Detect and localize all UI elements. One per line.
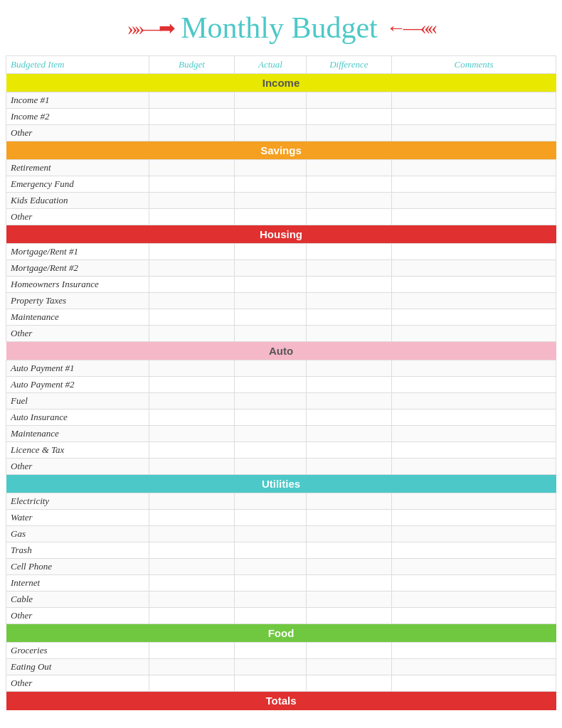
row-comment-value[interactable]	[392, 675, 556, 692]
row-budget-value[interactable]	[149, 92, 234, 109]
row-comment-value[interactable]	[392, 526, 556, 542]
row-comment-value[interactable]	[392, 493, 556, 510]
row-comment-value[interactable]	[392, 260, 556, 277]
row-actual-value[interactable]	[235, 393, 306, 410]
row-budget-value[interactable]	[149, 426, 234, 442]
row-comment-value[interactable]	[392, 193, 556, 209]
row-budget-value[interactable]	[149, 559, 234, 575]
row-comment-value[interactable]	[392, 326, 556, 342]
row-budget-value[interactable]	[149, 176, 234, 193]
header-comments: Comments	[392, 56, 556, 74]
row-budget-value[interactable]	[149, 493, 234, 510]
row-comment-value[interactable]	[392, 426, 556, 442]
row-comment-value[interactable]	[392, 659, 556, 675]
row-actual-value[interactable]	[235, 260, 306, 277]
row-comment-value[interactable]	[392, 160, 556, 176]
row-comment-value[interactable]	[392, 510, 556, 526]
row-actual-value[interactable]	[235, 592, 306, 608]
row-budget-value[interactable]	[149, 244, 234, 260]
row-budget-value[interactable]	[149, 659, 234, 675]
row-budget-value[interactable]	[149, 309, 234, 326]
row-comment-value[interactable]	[392, 643, 556, 659]
row-budget-value[interactable]	[149, 459, 234, 475]
row-actual-value[interactable]	[235, 510, 306, 526]
row-actual-value[interactable]	[235, 244, 306, 260]
row-budget-value[interactable]	[149, 542, 234, 559]
row-comment-value[interactable]	[392, 109, 556, 125]
row-comment-value[interactable]	[392, 393, 556, 410]
row-comment-value[interactable]	[392, 244, 556, 260]
row-budget-value[interactable]	[149, 608, 234, 624]
row-comment-value[interactable]	[392, 360, 556, 377]
row-actual-value[interactable]	[235, 209, 306, 225]
row-budget-value[interactable]	[149, 109, 234, 125]
row-comment-value[interactable]	[392, 377, 556, 393]
row-difference-value	[306, 659, 391, 675]
row-actual-value[interactable]	[235, 559, 306, 575]
row-actual-value[interactable]	[235, 493, 306, 510]
row-budget-value[interactable]	[149, 643, 234, 659]
row-comment-value[interactable]	[392, 542, 556, 559]
row-actual-value[interactable]	[235, 92, 306, 109]
row-actual-value[interactable]	[235, 643, 306, 659]
row-comment-value[interactable]	[392, 277, 556, 293]
row-budget-value[interactable]	[149, 575, 234, 592]
row-actual-value[interactable]	[235, 459, 306, 475]
row-budget-value[interactable]	[149, 326, 234, 342]
row-comment-value[interactable]	[392, 176, 556, 193]
header-difference: Difference	[306, 56, 391, 74]
row-comment-value[interactable]	[392, 592, 556, 608]
row-budget-value[interactable]	[149, 410, 234, 426]
row-budget-value[interactable]	[149, 125, 234, 141]
row-budget-value[interactable]	[149, 193, 234, 209]
row-actual-value[interactable]	[235, 377, 306, 393]
row-actual-value[interactable]	[235, 125, 306, 141]
row-item-label: Licence & Tax	[6, 442, 149, 459]
row-actual-value[interactable]	[235, 309, 306, 326]
row-budget-value[interactable]	[149, 293, 234, 309]
row-actual-value[interactable]	[235, 326, 306, 342]
row-actual-value[interactable]	[235, 293, 306, 309]
row-budget-value[interactable]	[149, 592, 234, 608]
row-actual-value[interactable]	[235, 193, 306, 209]
row-comment-value[interactable]	[392, 608, 556, 624]
row-budget-value[interactable]	[149, 675, 234, 692]
header-item: Budgeted Item	[6, 56, 149, 74]
row-comment-value[interactable]	[392, 92, 556, 109]
row-comment-value[interactable]	[392, 293, 556, 309]
row-comment-value[interactable]	[392, 309, 556, 326]
row-comment-value[interactable]	[392, 575, 556, 592]
row-actual-value[interactable]	[235, 176, 306, 193]
row-actual-value[interactable]	[235, 277, 306, 293]
row-comment-value[interactable]	[392, 410, 556, 426]
row-comment-value[interactable]	[392, 459, 556, 475]
row-comment-value[interactable]	[392, 559, 556, 575]
row-difference-value	[306, 244, 391, 260]
row-actual-value[interactable]	[235, 608, 306, 624]
row-budget-value[interactable]	[149, 360, 234, 377]
row-actual-value[interactable]	[235, 360, 306, 377]
row-actual-value[interactable]	[235, 442, 306, 459]
row-actual-value[interactable]	[235, 675, 306, 692]
row-budget-value[interactable]	[149, 260, 234, 277]
row-actual-value[interactable]	[235, 160, 306, 176]
row-budget-value[interactable]	[149, 277, 234, 293]
row-actual-value[interactable]	[235, 575, 306, 592]
row-actual-value[interactable]	[235, 410, 306, 426]
row-budget-value[interactable]	[149, 160, 234, 176]
row-budget-value[interactable]	[149, 209, 234, 225]
row-budget-value[interactable]	[149, 442, 234, 459]
row-actual-value[interactable]	[235, 659, 306, 675]
row-budget-value[interactable]	[149, 377, 234, 393]
row-actual-value[interactable]	[235, 542, 306, 559]
row-actual-value[interactable]	[235, 109, 306, 125]
row-comment-value[interactable]	[392, 125, 556, 141]
row-comment-value[interactable]	[392, 209, 556, 225]
row-budget-value[interactable]	[149, 510, 234, 526]
row-budget-value[interactable]	[149, 393, 234, 410]
row-comment-value[interactable]	[392, 442, 556, 459]
section-header-food: Food	[6, 624, 556, 643]
row-actual-value[interactable]	[235, 526, 306, 542]
row-budget-value[interactable]	[149, 526, 234, 542]
row-actual-value[interactable]	[235, 426, 306, 442]
